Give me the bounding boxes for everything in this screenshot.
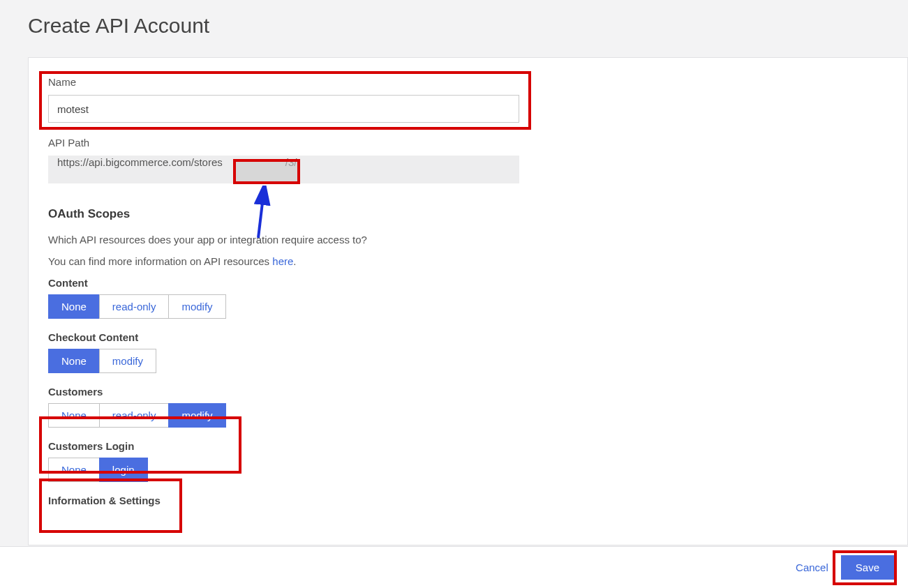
oauth-help-2: You can find more information on API res… — [48, 255, 888, 267]
scope-information-settings: Information & Settings — [48, 495, 888, 506]
scope-customers-login-label: Customers Login — [48, 440, 888, 452]
scope-checkout-content-options: None modify — [48, 349, 156, 373]
scope-content-label: Content — [48, 277, 888, 289]
scope-content: Content None read-only modify — [48, 277, 888, 319]
scope-information-settings-label: Information & Settings — [48, 495, 888, 506]
api-path-value: https://api.bigcommerce.com/storesxxxxxx… — [48, 156, 519, 183]
scope-content-readonly[interactable]: read-only — [99, 294, 170, 319]
scope-customers-none[interactable]: None — [48, 403, 100, 428]
form-panel: Name API Path https://api.bigcommerce.co… — [28, 57, 908, 545]
name-label: Name — [48, 76, 888, 88]
scope-content-options: None read-only modify — [48, 294, 226, 319]
scope-customers-login: Customers Login None login — [48, 440, 888, 482]
api-path-label: API Path — [48, 137, 888, 149]
scope-content-none[interactable]: None — [48, 294, 100, 319]
oauth-help-1: Which API resources does your app or int… — [48, 234, 888, 246]
scope-customers-options: None read-only modify — [48, 403, 226, 428]
scope-customers-readonly[interactable]: read-only — [99, 403, 170, 428]
oauth-help-link[interactable]: here — [272, 255, 293, 267]
api-path-block: API Path https://api.bigcommerce.com/sto… — [48, 137, 888, 183]
page-title: Create API Account — [28, 14, 908, 38]
scope-checkout-content: Checkout Content None modify — [48, 331, 888, 373]
scope-customers-login-login[interactable]: login — [99, 458, 148, 482]
oauth-help-2-pre: You can find more information on API res… — [48, 255, 272, 267]
api-path-prefix: https://api.bigcommerce.com/stores — [57, 156, 223, 168]
oauth-help-2-post: . — [293, 255, 296, 267]
scope-customers-modify[interactable]: modify — [168, 403, 225, 428]
name-input[interactable] — [48, 95, 519, 123]
api-path-suffix: /3/ — [285, 156, 297, 168]
scope-content-modify[interactable]: modify — [168, 294, 225, 319]
scope-customers-login-options: None login — [48, 458, 148, 482]
scope-checkout-none[interactable]: None — [48, 349, 100, 373]
scope-customers-label: Customers — [48, 386, 888, 398]
scope-customers: Customers None read-only modify — [48, 386, 888, 428]
scope-customers-login-none[interactable]: None — [48, 458, 100, 482]
oauth-scopes-heading: OAuth Scopes — [48, 207, 888, 221]
scope-checkout-content-label: Checkout Content — [48, 331, 888, 343]
scope-checkout-modify[interactable]: modify — [99, 349, 156, 373]
name-field-block: Name — [48, 76, 888, 123]
